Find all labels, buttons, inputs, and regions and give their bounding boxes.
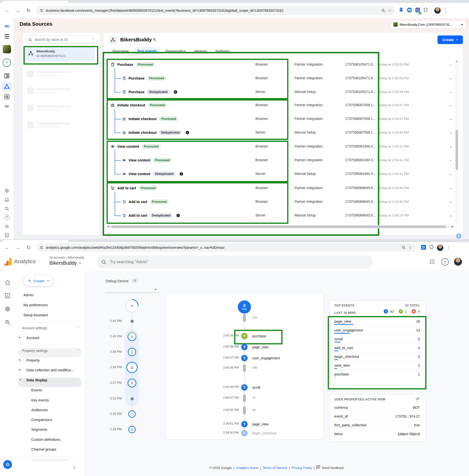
event-child-row[interactable]: View contentDeduplicatediServerManual Se… (0, 170, 469, 177)
top-event-name[interactable]: page_view (334, 320, 351, 323)
rail-item-reports[interactable] (5, 293, 11, 299)
nav-item-account[interactable]: Account (26, 336, 39, 340)
tag-extension-icon[interactable] (398, 7, 404, 14)
ga-search-input[interactable] (110, 259, 368, 264)
apps-grid-icon[interactable] (429, 259, 435, 266)
reload-button[interactable]: ↻ (24, 6, 33, 15)
nav-item-account-settings[interactable]: Account settings (22, 326, 47, 330)
browser-menu-icon[interactable]: ⋮ (444, 8, 448, 13)
timeline-minute-bubble[interactable]: 5 (128, 379, 136, 388)
tab-test-events[interactable]: Test events (135, 47, 159, 55)
nav-item-data-display[interactable]: Data display (26, 378, 47, 382)
rail-item-report-doc[interactable] (2, 230, 12, 240)
stream-event-row[interactable]: ⚑purchase (241, 333, 266, 339)
forward-button[interactable]: → (14, 243, 22, 252)
vertical-scrollbar[interactable]: ▲ (455, 60, 458, 225)
browser-tab[interactable] (2, 1, 68, 3)
breadcrumb[interactable]: All accounts›Bikersbuddy (49, 256, 84, 259)
zoom-icon[interactable] (381, 9, 385, 13)
create-button[interactable]: + Create ▼ (23, 275, 53, 287)
row-chevron-icon[interactable]: ⌄ (449, 76, 452, 80)
event-child-row[interactable]: View contentProcessedBrowserPartner inte… (0, 157, 469, 164)
analytics-logo[interactable] (4, 257, 12, 267)
scrollbar-thumb[interactable] (111, 225, 446, 228)
expand-arrow-icon[interactable]: ▶ (19, 368, 21, 371)
row-chevron-icon[interactable]: ⌄ (449, 158, 452, 162)
help-icon[interactable]: ? (441, 258, 449, 266)
create-button[interactable]: Create▼ (437, 35, 463, 44)
info-icon[interactable]: i (180, 172, 183, 176)
expand-arrow-icon[interactable]: ▶ (19, 336, 21, 339)
top-event-name[interactable]: purchase (334, 372, 349, 376)
rail-item-explore[interactable] (5, 320, 11, 325)
d-extension-icon[interactable]: D (421, 245, 426, 251)
nav-item-events[interactable]: Events (31, 388, 42, 392)
top-event-name[interactable]: user_engagement (334, 328, 363, 332)
nav-item-data-collection-and-modifica-[interactable]: Data collection and modifica... (26, 368, 74, 372)
footer-link-privacy[interactable]: Privacy Policy (291, 466, 312, 470)
footer-link-terms[interactable]: Terms of Service (262, 466, 287, 470)
row-chevron-icon[interactable]: ⌄ (449, 89, 452, 94)
top-event-name[interactable]: view_item (334, 363, 350, 367)
timeline-minute-bubble[interactable]: 4 (128, 332, 136, 341)
nav-item-property[interactable]: Property (26, 358, 40, 362)
event-child-row[interactable]: Initiate checkoutDeduplicatediServerManu… (0, 129, 469, 136)
browser-menu-icon[interactable]: ⋮ (446, 245, 451, 251)
business-selector[interactable]: BikersBuddy.Com (1309799333731... ▼ (390, 20, 466, 29)
rail-item-bug-report[interactable] (2, 221, 12, 231)
row-chevron-icon[interactable]: ⌄ (449, 144, 452, 149)
history-icon[interactable]: ↺ (416, 396, 419, 402)
row-chevron-icon[interactable]: ⌄ (449, 103, 452, 107)
collapse-chevron-icon[interactable]: ⌃ (77, 326, 80, 329)
timeline-minute-bubble[interactable]: 6 (128, 426, 136, 433)
row-chevron-icon[interactable]: ⌄ (449, 117, 452, 121)
stream-event-name[interactable]: purchase (252, 334, 266, 338)
stream-event-row[interactable]: begin_checkout (241, 430, 276, 436)
url-text[interactable]: analytics.google.com/analytics/web/#/a26… (46, 246, 399, 250)
event-parent-row[interactable]: PurchaseProcessedBrowserPartner integrat… (0, 61, 469, 68)
collapse-arrow-icon[interactable]: ▼ (19, 378, 21, 381)
stream-event-name[interactable]: page_view (252, 422, 269, 426)
extensions-puzzle-icon[interactable] (429, 245, 434, 251)
datasource-item-selected[interactable]: BikersBuddy ID 460508002970121 (25, 47, 95, 61)
row-chevron-icon[interactable]: ⌄ (449, 62, 452, 67)
browser-tab[interactable] (2, 240, 68, 242)
rail-item-menu[interactable]: ☰ (2, 32, 12, 41)
tab-overview[interactable]: Overview (110, 47, 131, 55)
timeline-minute-bubble[interactable]: 7 (128, 410, 136, 418)
nav-item-channel-groups[interactable]: Channel groups (31, 447, 56, 451)
search-input[interactable] (34, 37, 90, 42)
profile-avatar[interactable] (437, 245, 443, 251)
stream-event-row[interactable]: scroll (241, 384, 260, 391)
rail-item-home[interactable] (5, 280, 11, 286)
info-icon[interactable]: i (174, 90, 177, 94)
top-event-name[interactable]: begin_checkout (334, 355, 359, 358)
extensions-puzzle-icon[interactable] (423, 8, 428, 14)
nav-item-setup-assistant[interactable]: Setup Assistant (23, 313, 48, 317)
site-info-icon[interactable] (40, 9, 44, 13)
tab-history[interactable]: History (192, 47, 210, 55)
event-parent-row[interactable]: View contentProcessedBrowserPartner inte… (0, 143, 469, 150)
profile-avatar[interactable] (434, 7, 441, 14)
brand-name[interactable]: Analytics (14, 258, 36, 265)
tab-settings[interactable]: Settings (213, 47, 232, 55)
footer-link-analytics-home[interactable]: Analytics home (236, 466, 258, 470)
eye-extension-icon[interactable] (407, 7, 412, 14)
stream-event-row[interactable]: page_view (241, 344, 269, 350)
nav-item-key-events[interactable]: Key events (31, 398, 49, 402)
nav-item-admin[interactable]: Admin (23, 293, 33, 297)
event-child-row[interactable]: Add to cartDeduplicatediServerManual Set… (0, 212, 469, 219)
scrollbar-thumb[interactable] (455, 130, 458, 170)
top-event-name[interactable]: add_to_cart (334, 346, 353, 350)
url-bar[interactable]: business.facebook.com/events_manager2/li… (36, 6, 395, 15)
stream-event-name[interactable]: scroll (252, 386, 260, 390)
info-icon[interactable]: i (186, 131, 189, 134)
rail-item-advertising[interactable] (5, 306, 11, 312)
nav-item-my-preferences[interactable]: My preferences (23, 303, 48, 307)
property-selector[interactable]: BikersBuddy▼ (49, 260, 81, 266)
globe-icon[interactable] (456, 233, 461, 240)
collapse-nav-icon[interactable]: ‹ (73, 464, 75, 471)
horizontal-scrollbar[interactable]: ◀ ▶ (107, 225, 454, 228)
nav-item-audiences[interactable]: Audiences (31, 408, 48, 412)
stream-event-row[interactable]: user_engagement (241, 355, 280, 361)
